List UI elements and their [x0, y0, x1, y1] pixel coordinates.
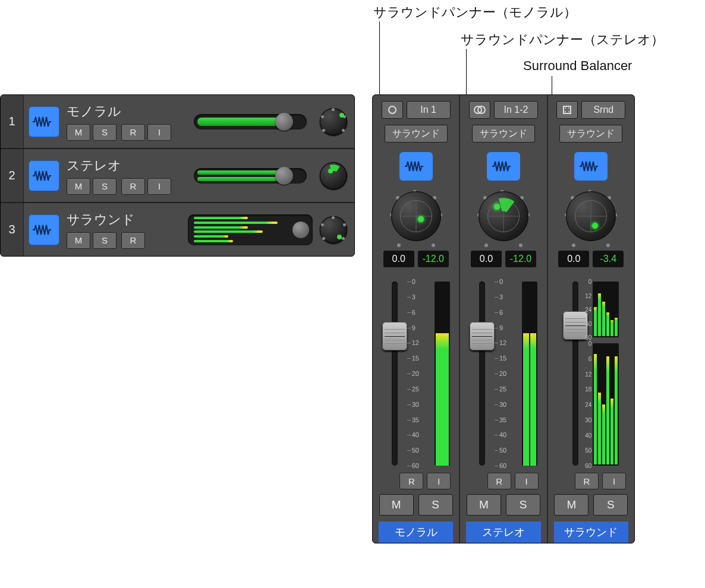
mono-circle[interactable]: [382, 101, 403, 119]
surround-panner[interactable]: [479, 191, 528, 241]
pan-knob-stereo[interactable]: [320, 162, 347, 189]
fader-scale: 0369121520253035405060: [499, 282, 517, 466]
track-list: 1 モノラル M S R I: [0, 94, 355, 257]
channel-name[interactable]: ステレオ: [466, 521, 540, 543]
svg-point-5: [568, 108, 569, 109]
input-select[interactable]: Srnd: [581, 101, 625, 119]
surround-meter: 0122440600612182430405060: [593, 282, 619, 466]
multichannel-meter[interactable]: [188, 214, 313, 245]
svg-point-7: [568, 111, 569, 112]
gain-readout[interactable]: 0.0: [383, 251, 414, 267]
input-button[interactable]: I: [147, 178, 171, 195]
svg-point-4: [565, 108, 566, 109]
callout-mono: サラウンドパンナー（モノラル）: [373, 4, 577, 21]
gain-readout[interactable]: 0.0: [558, 251, 589, 267]
mute-button[interactable]: M: [554, 494, 588, 516]
record-button[interactable]: R: [399, 473, 423, 489]
output-route[interactable]: サラウンド: [472, 125, 535, 143]
peak-readout[interactable]: -12.0: [418, 251, 449, 267]
input-select[interactable]: In 1-2: [494, 101, 538, 119]
solo-button[interactable]: S: [93, 232, 117, 249]
fader-scale: 0369121520253035405060: [412, 282, 430, 466]
record-button[interactable]: R: [575, 473, 599, 489]
level-meter: [522, 282, 537, 466]
channel-strip: In 1-2サラウンド0.0-12.0036912152025303540506…: [460, 95, 547, 543]
record-button[interactable]: R: [121, 232, 145, 249]
audio-wave-icon: [487, 152, 520, 181]
track-number: 1: [1, 95, 24, 148]
callout-balancer: Surround Balancer: [523, 58, 632, 74]
svg-rect-3: [564, 106, 571, 113]
surround-panner[interactable]: [391, 191, 441, 241]
mute-button[interactable]: M: [67, 232, 90, 249]
output-route[interactable]: サラウンド: [385, 125, 448, 143]
pan-knob-mono[interactable]: [320, 108, 347, 135]
solo-button[interactable]: S: [593, 494, 628, 516]
audio-wave-icon: [574, 152, 608, 181]
solo-button[interactable]: S: [93, 124, 117, 141]
surround-icon[interactable]: [556, 101, 578, 119]
solo-button[interactable]: S: [418, 494, 453, 516]
track-number: 3: [1, 203, 24, 256]
audio-wave-icon: [29, 214, 59, 245]
audio-wave-icon: [399, 152, 433, 181]
mute-button[interactable]: M: [67, 178, 90, 195]
solo-button[interactable]: S: [506, 494, 540, 516]
track-icon[interactable]: [24, 203, 64, 256]
gain-readout[interactable]: 0.0: [471, 251, 502, 267]
input-select[interactable]: In 1: [407, 101, 451, 119]
peak-readout[interactable]: -12.0: [505, 251, 536, 267]
record-button[interactable]: R: [121, 124, 145, 141]
channel-name[interactable]: サラウンド: [554, 521, 628, 543]
pan-knob-surround[interactable]: [320, 216, 347, 244]
input-button[interactable]: I: [147, 124, 171, 141]
record-button[interactable]: R: [121, 178, 145, 195]
input-button[interactable]: I: [602, 473, 626, 489]
level-meter: [435, 282, 450, 466]
track-icon[interactable]: [24, 95, 64, 148]
mute-button[interactable]: M: [379, 494, 414, 516]
stereo-circles[interactable]: [469, 101, 490, 119]
mute-button[interactable]: M: [67, 124, 90, 141]
surround-panner[interactable]: [566, 191, 616, 241]
audio-wave-icon: [29, 106, 59, 137]
peak-readout[interactable]: -3.4: [593, 251, 624, 267]
svg-point-0: [389, 106, 396, 113]
channel-strip: In 1サラウンド0.0-12.00369121520253035405060R…: [373, 95, 460, 543]
record-button[interactable]: R: [487, 473, 511, 489]
callout-stereo: サラウンドパンナー（ステレオ）: [461, 31, 664, 49]
track-icon[interactable]: [24, 149, 64, 202]
input-button[interactable]: I: [515, 473, 539, 489]
channel-name[interactable]: モノラル: [379, 521, 453, 543]
channel-strip: Srndサラウンド0.0-3.4012244060061218243040506…: [548, 95, 634, 543]
solo-button[interactable]: S: [93, 178, 117, 195]
volume-fader[interactable]: [382, 282, 407, 466]
mixer-panel: In 1サラウンド0.0-12.00369121520253035405060R…: [372, 94, 635, 543]
input-button[interactable]: I: [427, 473, 451, 489]
track-name: モノラル: [67, 103, 183, 121]
output-route[interactable]: サラウンド: [559, 125, 622, 143]
track-row[interactable]: 3 サラウンド M S R: [1, 203, 354, 256]
track-name: ステレオ: [67, 157, 183, 175]
audio-wave-icon: [29, 160, 59, 191]
volume-slider[interactable]: [194, 168, 307, 184]
track-name: サラウンド: [67, 211, 183, 229]
volume-fader[interactable]: [470, 282, 495, 466]
track-number: 2: [1, 149, 24, 202]
volume-slider[interactable]: [194, 114, 307, 129]
track-row[interactable]: 2 ステレオ M S R I: [1, 149, 354, 203]
track-row[interactable]: 1 モノラル M S R I: [1, 95, 354, 149]
mute-button[interactable]: M: [467, 494, 501, 516]
svg-point-6: [565, 111, 566, 112]
